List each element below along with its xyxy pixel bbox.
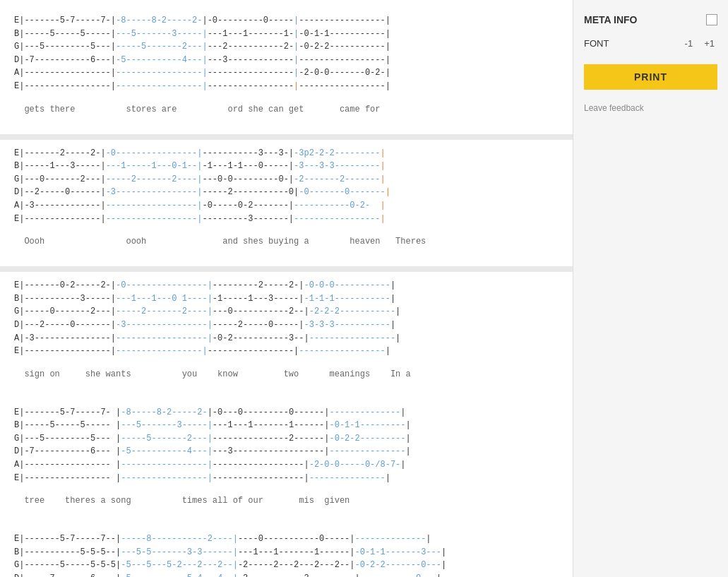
tab-row: E|-----------------|-----------------|--… [14,345,559,358]
tab-row: D|-7-----------6---|-5-----------4---|--… [14,54,559,67]
tab-row: G|-------5-----5-5-5|-5---5---5-2---2---… [14,559,559,572]
tab-row: E|-------5-7-----7- |-8-----8-2-----2-|-… [14,406,559,420]
tab-row: E|-----------------|-----------------|--… [14,80,559,93]
tab-row: E|-------0-2-----2-|-0----------------|-… [14,279,559,292]
tab-block-2: E|-------2-----2-|-0----------------|---… [14,147,559,226]
tab-block-5: E|-------5-7-----7--|-----8-----------2-… [14,533,559,577]
tab-row: B|-----5-----5----- |---5-------3-----|-… [14,419,559,432]
tab-row: D|-----7-------6----|-5-----------5-4---… [14,572,559,577]
meta-info-title: META INFO [584,14,637,25]
tab-section-2: E|-------2-----2-|-0----------------|---… [0,140,573,261]
font-row: FONT -1 +1 [584,37,717,50]
lyrics-2: Oooh oooh and shes buying a heaven There… [14,237,559,246]
tab-row: A|-----------------|-----------------|--… [14,66,559,80]
tab-row: E|-------5-7-----7--|-----8-----------2-… [14,533,559,546]
main-content: E|-------5-7-----7-|-8-----8-2-----2-|-0… [0,0,573,577]
tab-row: A|-3---------------|------------------|-… [14,332,559,345]
tab-row: D|--2-----0------|-3----------------|---… [14,186,559,199]
tab-row: D|-7-----------6--- |-5-----------4---|-… [14,445,559,458]
tab-row: E|----------------- |-----------------|-… [14,472,559,485]
tab-block-3: E|-------0-2-----2-|-0----------------|-… [14,279,559,358]
tab-row: B|-----5-----5-----|---5-------3-----|--… [14,28,559,41]
print-button[interactable]: PRINT [584,64,717,90]
tab-row: B|-----------5-5-5--|---5-5-------3-3---… [14,546,559,559]
font-decrease-button[interactable]: -1 [682,37,696,50]
tab-row: A|----------------- |-----------------|-… [14,458,559,472]
tab-block-4: E|-------5-7-----7- |-8-----8-2-----2-|-… [14,406,559,485]
font-increase-button[interactable]: +1 [701,37,717,50]
meta-info-header: META INFO [584,14,717,25]
tab-section-4: E|-------5-7-----7- |-8-----8-2-----2-|-… [0,399,573,521]
tab-section-1: E|-------5-7-----7-|-8-----8-2-----2-|-0… [0,7,573,129]
meta-info-checkbox[interactable] [706,14,717,25]
tab-section-5: E|-------5-7-----7--|-----8-----------2-… [0,525,573,577]
section-divider-2 [0,266,573,272]
tab-row: G|---5---------5---|-----5-------2---|--… [14,40,559,54]
tab-block-1: E|-------5-7-----7-|-8-----8-2-----2-|-0… [14,14,559,93]
font-label: FONT [584,38,609,49]
lyrics-4: tree theres a song times all of our mis … [14,496,559,506]
sidebar: META INFO FONT -1 +1 PRINT Leave feedbac… [573,0,728,577]
tab-row: G|---0-------2---|-----2-------2----|---… [14,173,559,186]
lyrics-3: sign on she wants you know two meanings … [14,369,559,379]
leave-feedback-link[interactable]: Leave feedback [584,103,644,113]
section-divider [0,134,573,140]
tab-row: B|-----------3-----|---1---1---0 1----|-… [14,292,559,306]
tab-row: B|-----1---3-----|---1-----1---0-1--|-1-… [14,160,559,173]
tab-row: D|---2-----0-------|-3----------------|-… [14,319,559,332]
tab-row: G|---5---------5--- |-----5-------2---|-… [14,432,559,446]
tab-section-3: E|-------0-2-----2-|-0----------------|-… [0,272,573,393]
font-controls: -1 +1 [682,37,717,50]
tab-row: E|-------5-7-----7-|-8-----8-2-----2-|-0… [14,14,559,28]
tab-row: E|-------2-----2-|-0----------------|---… [14,147,559,160]
lyrics-1: gets there stores are ord she can get ca… [14,105,559,114]
tab-row: A|-3-------------|------------------|-0-… [14,199,559,213]
tab-row: E|---------------|------------------|---… [14,213,559,226]
tab-row: G|-----0-------2---|-----2-------2----|-… [14,305,559,319]
